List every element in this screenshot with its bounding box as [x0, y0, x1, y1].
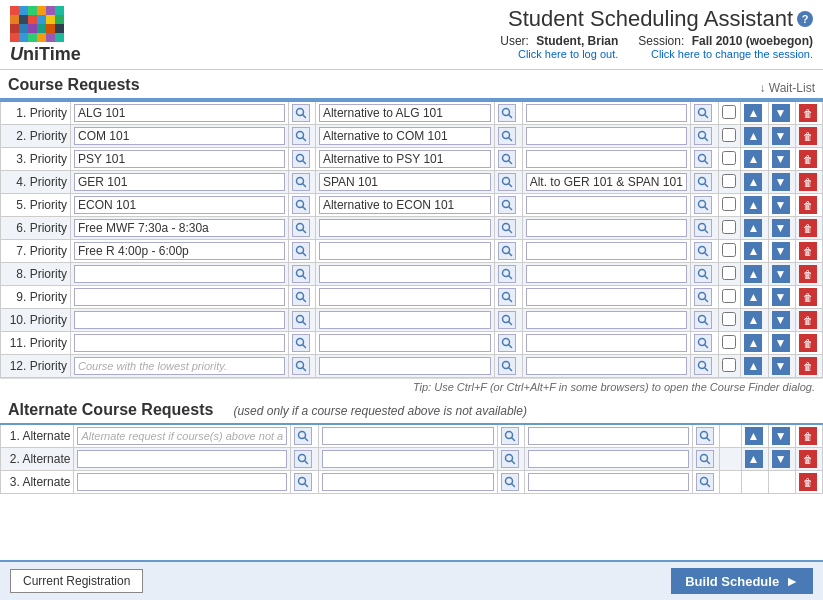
move-down-button[interactable]: ▼ [772, 311, 790, 329]
delete-button[interactable]: 🗑 [799, 427, 817, 445]
help-icon[interactable]: ? [797, 11, 813, 27]
move-down-button[interactable]: ▼ [772, 104, 790, 122]
alternate-alt2-search-button[interactable] [696, 427, 714, 445]
delete-button[interactable]: 🗑 [799, 242, 817, 260]
course-alt2-search-button[interactable] [694, 334, 712, 352]
delete-button[interactable]: 🗑 [799, 219, 817, 237]
course-main-input[interactable] [74, 196, 285, 214]
course-alt1-search-button[interactable] [498, 196, 516, 214]
course-main-search-button[interactable] [292, 334, 310, 352]
course-alt1-search-button[interactable] [498, 104, 516, 122]
course-alt2-input[interactable] [526, 334, 688, 352]
move-up-button[interactable]: ▲ [744, 311, 762, 329]
waitlist-checkbox[interactable] [722, 335, 736, 349]
course-alt1-search-button[interactable] [498, 288, 516, 306]
delete-button[interactable]: 🗑 [799, 450, 817, 468]
alternate-alt2-input[interactable] [528, 450, 689, 468]
course-main-input[interactable] [74, 173, 285, 191]
alternate-alt2-search-button[interactable] [696, 450, 714, 468]
course-alt1-search-button[interactable] [498, 127, 516, 145]
alternate-alt1-input[interactable] [322, 427, 494, 445]
delete-button[interactable]: 🗑 [799, 288, 817, 306]
alternate-alt1-input[interactable] [322, 450, 494, 468]
course-main-input[interactable] [74, 127, 285, 145]
move-down-button[interactable]: ▼ [772, 265, 790, 283]
course-alt1-input[interactable] [319, 196, 492, 214]
delete-button[interactable]: 🗑 [799, 334, 817, 352]
move-down-button[interactable]: ▼ [772, 173, 790, 191]
move-down-button[interactable]: ▼ [772, 450, 790, 468]
waitlist-checkbox[interactable] [722, 358, 736, 372]
move-up-button[interactable]: ▲ [744, 127, 762, 145]
move-up-button[interactable]: ▲ [744, 104, 762, 122]
course-alt1-search-button[interactable] [498, 265, 516, 283]
course-alt2-input[interactable] [526, 127, 688, 145]
move-down-button[interactable]: ▼ [772, 242, 790, 260]
delete-button[interactable]: 🗑 [799, 265, 817, 283]
course-alt1-input[interactable] [319, 334, 492, 352]
alternate-main-input[interactable] [77, 427, 287, 445]
course-alt2-input[interactable] [526, 242, 688, 260]
alternate-main-input[interactable] [77, 473, 287, 491]
course-main-input[interactable] [74, 219, 285, 237]
course-alt2-search-button[interactable] [694, 173, 712, 191]
course-alt1-input[interactable] [319, 242, 492, 260]
course-alt2-search-button[interactable] [694, 196, 712, 214]
waitlist-checkbox[interactable] [722, 312, 736, 326]
delete-button[interactable]: 🗑 [799, 311, 817, 329]
course-main-input[interactable] [74, 311, 285, 329]
course-alt2-search-button[interactable] [694, 104, 712, 122]
move-down-button[interactable]: ▼ [772, 150, 790, 168]
move-down-button[interactable]: ▼ [772, 357, 790, 375]
move-down-button[interactable]: ▼ [772, 196, 790, 214]
course-main-input[interactable] [74, 265, 285, 283]
alternate-main-search-button[interactable] [294, 427, 312, 445]
delete-button[interactable]: 🗑 [799, 173, 817, 191]
course-alt1-search-button[interactable] [498, 173, 516, 191]
move-down-button[interactable]: ▼ [772, 219, 790, 237]
course-alt1-search-button[interactable] [498, 311, 516, 329]
delete-button[interactable]: 🗑 [799, 196, 817, 214]
course-main-input[interactable] [74, 334, 285, 352]
course-alt1-input[interactable] [319, 288, 492, 306]
waitlist-checkbox[interactable] [722, 128, 736, 142]
alternate-alt2-input[interactable] [528, 473, 689, 491]
alternate-alt1-search-button[interactable] [501, 473, 519, 491]
course-alt2-search-button[interactable] [694, 265, 712, 283]
move-down-button[interactable]: ▼ [772, 334, 790, 352]
alternate-main-search-button[interactable] [294, 473, 312, 491]
move-down-button[interactable]: ▼ [772, 127, 790, 145]
course-alt2-search-button[interactable] [694, 242, 712, 260]
alternate-main-search-button[interactable] [294, 450, 312, 468]
move-down-button[interactable]: ▼ [772, 427, 790, 445]
course-alt1-input[interactable] [319, 219, 492, 237]
move-up-button[interactable]: ▲ [745, 450, 763, 468]
course-main-search-button[interactable] [292, 357, 310, 375]
waitlist-checkbox[interactable] [722, 105, 736, 119]
course-main-search-button[interactable] [292, 265, 310, 283]
course-alt2-search-button[interactable] [694, 288, 712, 306]
delete-button[interactable]: 🗑 [799, 150, 817, 168]
course-alt1-input[interactable] [319, 127, 492, 145]
course-alt2-input[interactable] [526, 357, 688, 375]
move-up-button[interactable]: ▲ [744, 242, 762, 260]
course-main-search-button[interactable] [292, 219, 310, 237]
course-main-input[interactable] [74, 357, 285, 375]
course-alt1-input[interactable] [319, 104, 492, 122]
course-alt1-input[interactable] [319, 150, 492, 168]
course-main-input[interactable] [74, 242, 285, 260]
delete-button[interactable]: 🗑 [799, 127, 817, 145]
move-up-button[interactable]: ▲ [744, 357, 762, 375]
move-up-button[interactable]: ▲ [744, 334, 762, 352]
course-alt1-input[interactable] [319, 357, 492, 375]
course-main-search-button[interactable] [292, 150, 310, 168]
build-schedule-button[interactable]: Build Schedule ► [671, 568, 813, 594]
move-up-button[interactable]: ▲ [744, 173, 762, 191]
course-alt2-search-button[interactable] [694, 219, 712, 237]
session-change-link[interactable]: Click here to change the session. [638, 48, 813, 60]
course-alt1-input[interactable] [319, 311, 492, 329]
course-alt1-search-button[interactable] [498, 357, 516, 375]
alternate-main-input[interactable] [77, 450, 287, 468]
move-down-button[interactable]: ▼ [772, 288, 790, 306]
course-main-search-button[interactable] [292, 173, 310, 191]
